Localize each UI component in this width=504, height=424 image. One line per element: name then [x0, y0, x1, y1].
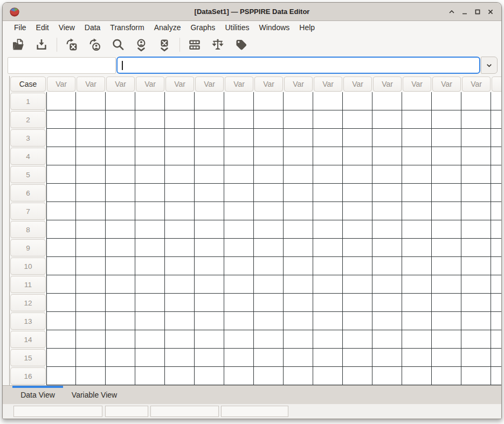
- data-cell[interactable]: [284, 220, 313, 239]
- data-cell[interactable]: [432, 349, 461, 367]
- data-cell[interactable]: [254, 239, 284, 257]
- data-cell[interactable]: [491, 202, 501, 220]
- data-cell[interactable]: [254, 220, 284, 239]
- data-cell[interactable]: [372, 129, 402, 147]
- data-cell[interactable]: [402, 367, 432, 385]
- data-cell[interactable]: [46, 367, 76, 385]
- data-cell[interactable]: [106, 147, 135, 165]
- goto-variable-button[interactable]: [63, 36, 81, 54]
- data-cell[interactable]: [135, 129, 165, 147]
- data-cell[interactable]: [195, 220, 224, 239]
- data-cell[interactable]: [135, 110, 165, 129]
- row-header-button[interactable]: 14: [10, 331, 46, 348]
- data-cell[interactable]: [254, 367, 284, 385]
- data-cell[interactable]: [195, 312, 224, 330]
- data-cell[interactable]: [402, 294, 432, 312]
- row-header-button[interactable]: 2: [10, 111, 46, 128]
- data-cell[interactable]: [284, 110, 313, 129]
- data-cell[interactable]: [343, 257, 372, 275]
- data-cell[interactable]: [284, 92, 313, 110]
- data-cell[interactable]: [76, 147, 106, 165]
- data-cell[interactable]: [254, 294, 284, 312]
- data-cell[interactable]: [313, 129, 343, 147]
- data-cell[interactable]: [343, 294, 372, 312]
- data-cell[interactable]: [491, 239, 501, 257]
- data-cell[interactable]: [106, 257, 135, 275]
- data-cell[interactable]: [76, 202, 106, 220]
- var-column-header[interactable]: Var: [106, 77, 135, 92]
- data-cell[interactable]: [343, 92, 372, 110]
- data-cell[interactable]: [46, 257, 76, 275]
- data-cell[interactable]: [224, 367, 254, 385]
- row-header-button[interactable]: 16: [10, 367, 46, 385]
- minimize-button[interactable]: [460, 8, 469, 16]
- data-cell[interactable]: [195, 110, 224, 129]
- data-cell[interactable]: [195, 239, 224, 257]
- data-cell[interactable]: [224, 202, 254, 220]
- data-cell[interactable]: [195, 349, 224, 367]
- var-column-header[interactable]: Var: [225, 77, 253, 92]
- data-cell[interactable]: [491, 92, 501, 110]
- save-button[interactable]: [32, 36, 51, 54]
- data-cell[interactable]: [46, 220, 76, 239]
- var-column-header[interactable]: Var: [195, 77, 224, 92]
- data-cell[interactable]: [254, 147, 284, 165]
- data-cell[interactable]: [461, 239, 491, 257]
- data-cell[interactable]: [224, 239, 254, 257]
- data-cell[interactable]: [372, 147, 402, 165]
- data-cell[interactable]: [284, 184, 313, 202]
- data-cell[interactable]: [46, 275, 76, 294]
- data-cell[interactable]: [372, 367, 402, 385]
- data-cell[interactable]: [224, 312, 254, 330]
- data-cell[interactable]: [461, 349, 491, 367]
- data-cell[interactable]: [76, 110, 106, 129]
- data-cell[interactable]: [402, 110, 432, 129]
- data-cell[interactable]: [46, 330, 76, 349]
- data-cell[interactable]: [402, 220, 432, 239]
- var-column-header[interactable]: Var: [136, 77, 164, 92]
- data-cell[interactable]: [135, 239, 165, 257]
- row-header-button[interactable]: 8: [10, 221, 46, 238]
- data-cell[interactable]: [135, 147, 165, 165]
- data-cell[interactable]: [343, 349, 372, 367]
- data-cell[interactable]: [46, 239, 76, 257]
- data-cell[interactable]: [402, 202, 432, 220]
- cell-reference-box[interactable]: [8, 57, 116, 74]
- data-cell[interactable]: [461, 110, 491, 129]
- data-cell[interactable]: [165, 239, 195, 257]
- menu-graphs[interactable]: Graphs: [185, 22, 220, 33]
- data-cell[interactable]: [313, 110, 343, 129]
- data-cell[interactable]: [106, 202, 135, 220]
- data-cell[interactable]: [491, 220, 501, 239]
- data-cell[interactable]: [195, 184, 224, 202]
- data-cell[interactable]: [254, 275, 284, 294]
- data-cell[interactable]: [313, 239, 343, 257]
- row-header-button[interactable]: 4: [10, 148, 46, 165]
- data-cell[interactable]: [224, 257, 254, 275]
- maximize-button[interactable]: [473, 8, 482, 16]
- data-cell[interactable]: [284, 367, 313, 385]
- var-column-header[interactable]: Var: [314, 77, 342, 92]
- data-cell[interactable]: [284, 294, 313, 312]
- data-cell[interactable]: [432, 129, 461, 147]
- data-cell[interactable]: [284, 312, 313, 330]
- data-cell[interactable]: [254, 129, 284, 147]
- data-cell[interactable]: [254, 330, 284, 349]
- data-cell[interactable]: [76, 92, 106, 110]
- data-cell[interactable]: [254, 349, 284, 367]
- data-cell[interactable]: [432, 257, 461, 275]
- data-cell[interactable]: [224, 275, 254, 294]
- data-cell[interactable]: [461, 147, 491, 165]
- var-column-header[interactable]: Var: [462, 77, 491, 92]
- data-cell[interactable]: [106, 110, 135, 129]
- data-cell[interactable]: [372, 257, 402, 275]
- menu-edit[interactable]: Edit: [31, 22, 54, 33]
- data-cell[interactable]: [432, 312, 461, 330]
- open-button[interactable]: [9, 36, 27, 54]
- close-button[interactable]: [486, 8, 495, 16]
- data-cell[interactable]: [46, 184, 76, 202]
- data-cell[interactable]: [461, 367, 491, 385]
- data-cell[interactable]: [165, 202, 195, 220]
- var-column-header-clipped[interactable]: [492, 77, 501, 92]
- row-header-button[interactable]: 11: [10, 276, 46, 293]
